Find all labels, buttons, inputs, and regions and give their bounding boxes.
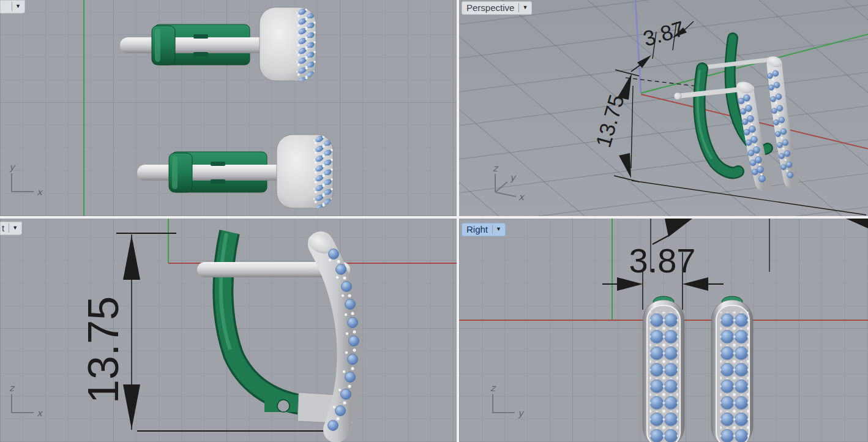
viewport-front[interactable]: 13.75: [0, 219, 457, 442]
chevron-down-icon[interactable]: ▼: [14, 1, 22, 12]
earring-hole: [277, 400, 290, 412]
viewport-title-top[interactable]: ▼: [0, 0, 25, 13]
earring-right-view-1[interactable]: [643, 296, 684, 442]
chevron-down-icon[interactable]: ▼: [521, 2, 529, 13]
viewport-title-right[interactable]: Right ▼: [462, 223, 506, 236]
chevron-down-icon[interactable]: ▼: [495, 224, 503, 234]
svg-text:3.87: 3.87: [640, 16, 687, 50]
viewport-title-text: t: [2, 223, 4, 233]
viewport-right[interactable]: 3.87 Right ▼ z y: [459, 219, 868, 442]
earring-front-view[interactable]: [197, 231, 359, 431]
earring-perspective-pair[interactable]: [674, 38, 793, 182]
earring-top-view-1[interactable]: [120, 7, 317, 81]
cad-four-viewport-workspace: ▼ y x: [0, 0, 868, 442]
viewport-perspective[interactable]: 3.87 13.75: [459, 0, 868, 216]
earring-top-view-2[interactable]: [137, 135, 334, 208]
svg-text:3.87: 3.87: [629, 241, 696, 280]
svg-text:13.75: 13.75: [80, 296, 127, 403]
svg-text:13.75: 13.75: [591, 92, 629, 150]
earring-right-view-2[interactable]: [711, 296, 753, 442]
viewport-title-text: Perspective: [466, 2, 514, 13]
viewport-top[interactable]: ▼ y x: [0, 0, 457, 216]
chevron-down-icon[interactable]: ▼: [11, 223, 19, 233]
viewport-title-front[interactable]: t ▼: [0, 222, 22, 235]
viewport-title-text: Right: [466, 224, 488, 234]
viewport-title-perspective[interactable]: Perspective ▼: [462, 1, 532, 15]
